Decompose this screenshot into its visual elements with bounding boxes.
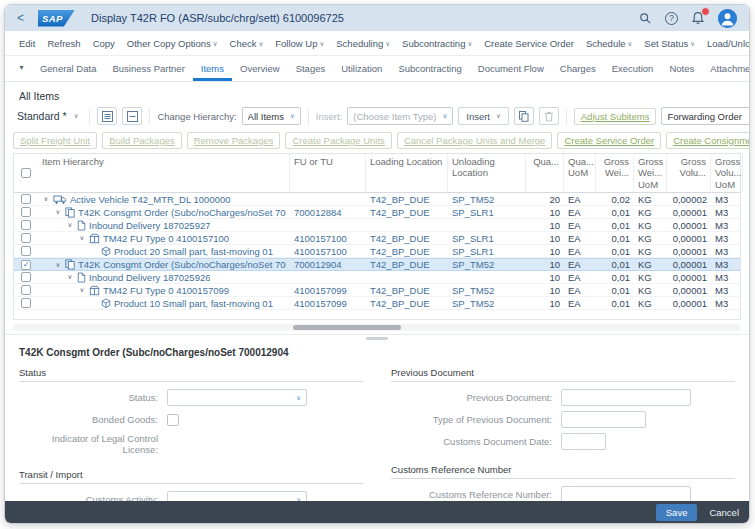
scrollbar-thumb[interactable] <box>293 325 401 330</box>
row-checkbox[interactable] <box>21 272 31 282</box>
cell-unload: SP_SLR1 <box>448 233 526 244</box>
build-packages-button[interactable]: Build Packages <box>102 132 181 149</box>
cell-qty-uom: EA <box>564 194 596 205</box>
tree-expand-icon[interactable]: ∨ <box>66 273 74 281</box>
search-icon[interactable] <box>639 12 652 25</box>
insert-button[interactable]: Insert∨ <box>458 107 509 125</box>
copy-item-icon[interactable] <box>514 107 534 125</box>
tab-overview[interactable]: Overview <box>232 56 288 81</box>
horizontal-scrollbar[interactable] <box>13 324 741 331</box>
split-freight-unit-button[interactable]: Split Freight Unit <box>13 132 97 149</box>
table-row[interactable]: ∨Inbound Delivery 18702592710EA0,01KG0,0… <box>14 219 740 232</box>
row-select-cell <box>14 246 38 256</box>
create-package-units-button[interactable]: Create Package Units <box>285 132 391 149</box>
tree-expand-icon[interactable]: ∨ <box>78 234 86 242</box>
menu-item-set-status[interactable]: Set Status∨ <box>638 38 701 49</box>
table-row[interactable]: ∨Inbound Delivery 18702592610EA0,01KG0,0… <box>14 271 740 284</box>
expand-all-button[interactable] <box>97 107 117 125</box>
insert-type-select[interactable]: (Choose Item Type)∨ <box>347 107 453 125</box>
field-input-type-of-previous-document[interactable] <box>561 411 646 428</box>
tree-expand-icon[interactable]: ∨ <box>54 208 62 216</box>
cell-futu: 4100157100 <box>290 246 366 257</box>
menu-item-check[interactable]: Check∨ <box>224 38 270 49</box>
tree-expand-icon[interactable]: ∨ <box>42 195 50 203</box>
splitter-grip-icon[interactable] <box>366 337 388 340</box>
select-all-checkbox[interactable] <box>21 168 31 178</box>
tab-business-partner[interactable]: Business Partner <box>104 56 192 81</box>
collapse-all-button[interactable] <box>122 107 142 125</box>
field-select-status[interactable]: ∨ <box>167 389 307 406</box>
tab-general-data[interactable]: General Data <box>32 56 105 81</box>
items-toolbar-row1: Standard *∨ Change Hierarchy: All Items∨… <box>5 104 749 128</box>
change-hierarchy-label: Change Hierarchy: <box>157 111 236 122</box>
menu-item-copy[interactable]: Copy <box>87 38 121 49</box>
back-icon[interactable]: < <box>17 11 24 25</box>
row-checkbox[interactable] <box>21 285 31 295</box>
save-button[interactable]: Save <box>656 504 698 521</box>
table-row[interactable]: ✓∨T42K Consgmt Order (Subc/noCharges/noS… <box>14 258 740 271</box>
menu-item-refresh[interactable]: Refresh <box>41 38 86 49</box>
tree-expand-icon[interactable]: ∨ <box>78 286 86 294</box>
cell-futu: 4100157100 <box>290 233 366 244</box>
notifications-icon[interactable] <box>691 11 705 25</box>
tab-subcontracting[interactable]: Subcontracting <box>390 56 469 81</box>
row-checkbox[interactable] <box>21 298 31 308</box>
tab-items[interactable]: Items <box>193 56 232 81</box>
change-hierarchy-select[interactable]: All Items∨ <box>242 107 301 125</box>
row-checkbox[interactable] <box>21 207 31 217</box>
view-selector[interactable]: Standard *∨ <box>13 110 82 122</box>
tree-expand-icon[interactable]: ∨ <box>54 261 62 269</box>
row-checkbox[interactable] <box>21 233 31 243</box>
create-consignment-order-button[interactable]: Create Consignment Order <box>666 132 750 149</box>
remove-packages-button[interactable]: Remove Packages <box>187 132 281 149</box>
tab-utilization[interactable]: Utilization <box>333 56 390 81</box>
help-icon[interactable]: ? <box>665 12 678 25</box>
row-checkbox[interactable]: ✓ <box>21 260 31 270</box>
table-row[interactable]: ∨TM42 FU Type 0 41001571004100157100T42_… <box>14 232 740 245</box>
menu-item-follow-up[interactable]: Follow Up∨ <box>269 38 330 49</box>
menu-item-scheduling[interactable]: Scheduling∨ <box>330 38 396 49</box>
tree-expand-icon[interactable]: ∨ <box>66 221 74 229</box>
tab-execution[interactable]: Execution <box>604 56 662 81</box>
menu-item-edit[interactable]: Edit <box>13 38 41 49</box>
table-row[interactable]: ∨T42K Consgmt Order (Subc/noCharges/noSe… <box>14 206 740 219</box>
cell-gv: 0,00001 <box>667 285 711 296</box>
menu-item-load-unload-plan-status-stop[interactable]: Load/Unload Plan Status (Stop)∨ <box>701 38 750 49</box>
cell-gw: 0,01 <box>596 246 634 257</box>
cancel-button[interactable]: Cancel <box>709 507 739 518</box>
cell-unload: SP_TM52 <box>448 259 526 270</box>
item-hierarchy-cell: ∨TM42 FU Type 0 4100157100 <box>38 233 290 244</box>
chevron-down-icon[interactable]: ▼ <box>11 56 32 81</box>
menu-item-schedule[interactable]: Schedule∨ <box>580 38 638 49</box>
table-row[interactable]: Product 10 Small part, fast-moving 01410… <box>14 297 740 310</box>
fu-icon <box>89 285 100 296</box>
cell-gw-uom: KG <box>634 233 667 244</box>
table-row[interactable]: Product 20 Small part, fast-moving 01410… <box>14 245 740 258</box>
tab-attachments[interactable]: Attachments <box>702 56 750 81</box>
tab-stages[interactable]: Stages <box>288 56 334 81</box>
menu-item-subcontracting[interactable]: Subcontracting∨ <box>396 38 478 49</box>
table-row[interactable]: ∨TM42 FU Type 0 41001570994100157099T42_… <box>14 284 740 297</box>
tab-notes[interactable]: Notes <box>661 56 702 81</box>
row-checkbox[interactable] <box>21 194 31 204</box>
field-checkbox-bonded-goods[interactable] <box>167 414 179 426</box>
table-row[interactable]: ∨Active Vehicle T42_MTR_DL 1000000T42_BP… <box>14 193 740 206</box>
field-input-customs-document-date[interactable] <box>561 433 606 450</box>
create-service-order-button[interactable]: Create Service Order <box>557 132 661 149</box>
tab-document-flow[interactable]: Document Flow <box>470 56 552 81</box>
field-input-previous-document[interactable] <box>561 389 691 406</box>
tab-charges[interactable]: Charges <box>552 56 604 81</box>
menu-item-other-copy-options[interactable]: Other Copy Options∨ <box>121 38 224 49</box>
column-header-unloading-location: Unloading Location <box>448 154 526 192</box>
adjust-subitems-button[interactable]: Adjust Subitems <box>574 108 657 125</box>
splitter[interactable] <box>5 334 749 342</box>
row-checkbox[interactable] <box>21 220 31 230</box>
order-type-select[interactable]: Forwarding Order∨ <box>661 107 750 125</box>
row-checkbox[interactable] <box>21 246 31 256</box>
cancel-package-units-and-merge-button[interactable]: Cancel Package Units and Merge <box>397 132 553 149</box>
delete-item-icon[interactable] <box>539 107 559 125</box>
avatar[interactable] <box>718 9 737 28</box>
cell-gw: 0,01 <box>596 298 634 309</box>
menu-item-create-service-order[interactable]: Create Service Order <box>478 38 580 49</box>
cell-gv-uom: M3 <box>711 272 743 283</box>
